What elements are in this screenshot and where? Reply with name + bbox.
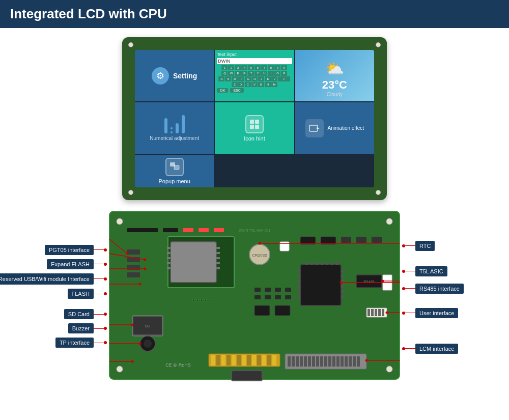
svg-point-10 [117, 366, 123, 372]
line-lcm [405, 348, 415, 349]
svg-point-132 [386, 312, 388, 314]
svg-rect-52 [316, 262, 318, 265]
svg-rect-101 [332, 356, 335, 367]
temperature: 23°C [322, 78, 347, 92]
svg-point-124 [131, 360, 134, 363]
kb-key: M [271, 82, 277, 87]
svg-rect-135 [254, 288, 261, 292]
keyboard-header: Text input [217, 52, 237, 57]
kb-key: J [258, 76, 264, 81]
svg-rect-1 [255, 120, 259, 124]
svg-rect-19 [167, 247, 171, 249]
label-user-interface: User interface [415, 308, 458, 318]
kb-key: S [225, 76, 231, 81]
svg-rect-48 [341, 290, 344, 293]
svg-rect-102 [336, 356, 340, 367]
svg-rect-2 [250, 125, 254, 129]
svg-rect-36 [372, 237, 382, 243]
line-expand-flash [94, 264, 104, 264]
svg-rect-80 [232, 355, 236, 366]
label-rs485: RS485 interface [415, 284, 464, 294]
kb-key: E [235, 71, 241, 76]
line-sd-card [94, 314, 104, 315]
svg-rect-24 [216, 247, 220, 249]
weather-condition: Cloudy [327, 92, 343, 97]
kb-key: T [248, 71, 254, 76]
svg-point-130 [382, 280, 384, 283]
icon-hint-icon [245, 115, 264, 133]
label-sd-card: SD Card [64, 309, 94, 319]
svg-rect-91 [292, 356, 295, 367]
line-user-interface [405, 313, 415, 313]
label-t5l: T5L ASIC [415, 266, 447, 276]
kb-key: I [268, 71, 274, 76]
svg-rect-95 [308, 356, 311, 367]
right-labels: RTC T5L ASIC RS485 interface User interf… [402, 233, 499, 358]
svg-rect-93 [300, 356, 303, 367]
svg-rect-83 [247, 355, 251, 366]
svg-rect-138 [265, 295, 271, 299]
kb-key: L [271, 76, 277, 81]
label-pgt05-row: PGT05 interface [45, 245, 107, 255]
kb-esc-btn[interactable]: ESC [230, 88, 243, 93]
svg-rect-79 [227, 355, 231, 366]
svg-rect-99 [324, 356, 327, 367]
keyboard-input-value: DWIN [217, 58, 292, 64]
kb-key: B [258, 82, 264, 87]
svg-text:CE ⊕ RoHS: CE ⊕ RoHS [165, 362, 191, 368]
svg-rect-142 [285, 295, 291, 299]
svg-rect-78 [221, 355, 225, 366]
tile-popup-menu: Popup menu [135, 155, 214, 187]
tile-weather: ⛅ 23°C Cloudy [295, 50, 374, 101]
svg-point-112 [126, 253, 129, 255]
line-rs485 [405, 288, 415, 289]
numerical-label: Numerical adjustment [150, 135, 199, 141]
svg-rect-45 [341, 275, 344, 277]
kb-ok-btn[interactable]: OK [217, 88, 228, 93]
tile-keyboard: Text input DWIN 1 2 3 4 5 6 7 8 9 [215, 50, 294, 101]
svg-rect-82 [242, 355, 246, 366]
line-pgt05 [94, 249, 104, 250]
svg-point-9 [386, 218, 392, 225]
kb-row-4: Z X C V B N M [217, 82, 292, 87]
svg-rect-76 [211, 355, 215, 366]
label-flash: FLASH [68, 289, 94, 299]
svg-text:CR2032: CR2032 [252, 253, 267, 258]
svg-point-116 [144, 268, 147, 270]
svg-text:RS485: RS485 [363, 280, 375, 284]
keyboard-rows: 1 2 3 4 5 6 7 8 9 0 Q [217, 65, 292, 87]
slider-bar-1 [164, 118, 167, 133]
svg-rect-42 [298, 290, 300, 293]
animation-svg [307, 121, 322, 135]
kb-key: 5 [248, 65, 254, 70]
svg-rect-55 [331, 262, 333, 265]
label-buzzer: Buzzer [68, 323, 94, 333]
svg-rect-53 [321, 262, 323, 265]
label-expand-flash: Expand FLASH [47, 259, 94, 269]
svg-rect-39 [298, 275, 300, 277]
svg-point-118 [139, 283, 142, 286]
label-pgt05: PGT05 interface [45, 245, 94, 255]
svg-rect-106 [353, 356, 356, 367]
svg-rect-44 [341, 270, 344, 272]
label-flash-row: FLASH [68, 289, 107, 299]
kb-key: 6 [254, 65, 261, 70]
kb-key: 8 [268, 65, 274, 70]
svg-rect-15 [199, 228, 209, 232]
svg-rect-26 [216, 257, 220, 259]
popup-svg [169, 161, 180, 173]
svg-rect-66 [127, 249, 140, 255]
svg-rect-105 [349, 356, 352, 367]
svg-rect-56 [336, 262, 338, 265]
label-rtc: RTC [415, 241, 435, 251]
svg-rect-61 [367, 309, 370, 316]
kb-key: Z [232, 82, 238, 87]
kb-key: F [238, 76, 244, 81]
label-expand-flash-row: Expand FLASH [47, 259, 107, 269]
label-usb-wifi: Reserved USB/Wifi module Interface [0, 273, 94, 285]
kb-key: K [265, 76, 271, 81]
line-tp [94, 343, 104, 343]
kb-key: G [245, 76, 251, 81]
svg-rect-139 [275, 288, 281, 292]
svg-rect-81 [237, 355, 241, 366]
